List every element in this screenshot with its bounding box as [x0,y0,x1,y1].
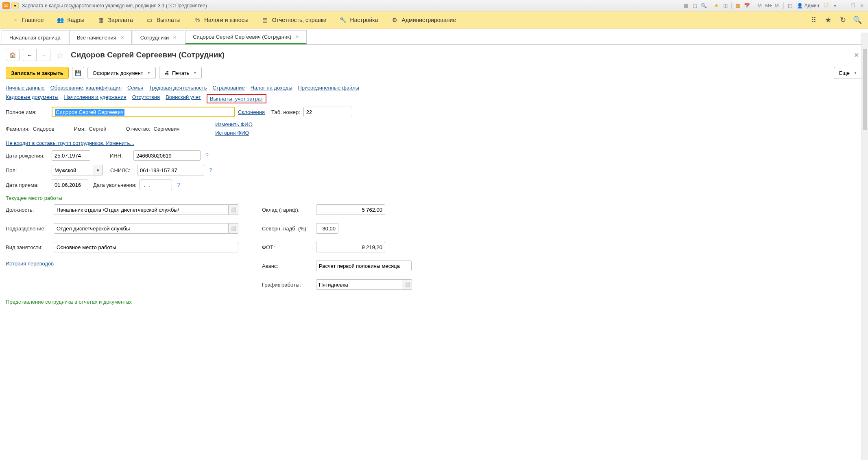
scrollbar-thumb[interactable] [863,49,867,130]
input-position[interactable]: ⬜ [54,204,246,215]
menu-salary[interactable]: ▦ Зарплата [91,11,139,28]
save-button[interactable]: 💾 [72,67,84,79]
link-income-tax[interactable]: Налог на доходы [251,85,292,91]
open-icon[interactable]: ⬜ [402,279,412,290]
link-absences[interactable]: Отсутствия [132,94,160,103]
row-position: Должность: ⬜ [6,204,246,215]
tab-start[interactable]: Начальная страница [2,30,68,44]
label-department: Подразделение: [6,226,50,232]
help-icon[interactable]: ? [209,167,212,173]
favorite-toggle-icon[interactable]: ☆ [56,50,65,59]
link-family[interactable]: Семья [127,85,143,91]
print-button[interactable]: 🖨Печать [159,67,202,79]
create-doc-button[interactable]: Оформить документ [87,67,156,79]
section-workplace: Текущее место работы [6,195,862,201]
help-icon[interactable]: ? [205,152,209,159]
link-declensions[interactable]: Склонения [238,109,265,115]
printer-icon: 🖨 [164,70,170,76]
link-education[interactable]: Образование, квалификация [50,85,122,91]
link-insurance[interactable]: Страхование [213,85,245,91]
close-icon[interactable]: ✕ [173,35,177,40]
tab-current-employee[interactable]: Сидоров Сергей Сергеевич (Сотрудник)✕ [185,30,307,44]
star-icon[interactable]: ★ [822,14,834,26]
menu-admin[interactable]: ⚙ Администрирование [385,11,463,28]
history-icon[interactable]: ↻ [837,14,848,26]
open-icon[interactable]: ⬜ [229,223,238,234]
menu-settings[interactable]: 🔧 Настройка [333,11,385,28]
link-labor[interactable]: Трудовая деятельность [149,85,207,91]
input-fullname[interactable]: Сидоров Сергей Сергеевич [52,107,235,117]
tb-icon-2[interactable]: ▢ [691,2,698,9]
apps-icon[interactable]: ⠿ [808,14,819,26]
input-schedule[interactable]: ⬜ [316,279,412,290]
tb-icon-5[interactable]: ◫ [722,2,729,9]
close-page-icon[interactable]: ✕ [854,51,859,59]
close-icon[interactable]: ✕ [295,34,299,39]
favorite-icon[interactable]: ★ [713,2,720,9]
link-hr-docs[interactable]: Кадровые документы [6,94,59,103]
input-fot[interactable] [316,242,385,252]
info-icon[interactable]: ⓘ [822,2,830,9]
search-icon[interactable]: 🔍 [852,14,863,26]
back-button[interactable]: ← [23,49,37,61]
input-department[interactable]: ⬜ [54,223,246,234]
menu-taxes[interactable]: % Налоги и взносы [187,11,255,28]
link-transfers-history[interactable]: История переводов [6,261,54,267]
link-files[interactable]: Присоединенные файлы [298,85,360,91]
open-icon[interactable]: ⬜ [229,204,238,215]
link-history-fio[interactable]: История ФИО [215,130,253,136]
hamburger-icon: ≡ [11,16,19,24]
save-icon: 💾 [75,70,81,76]
menu-payments[interactable]: ▭ Выплаты [140,11,187,28]
vertical-scrollbar[interactable] [861,33,868,460]
home-button[interactable]: 🏠 [6,49,20,61]
help-icon[interactable]: ? [177,182,180,188]
titlebar-right-icons: ▦ ▢ 🔍 ★ ◫ ▥ 📅 M M+ M- ◫ 👤 Админ ⓘ ▾ — ❐ … [682,2,866,9]
calendar-icon-2[interactable]: 📅 [743,2,750,9]
menu-main[interactable]: ≡ Главное [5,11,50,28]
m-plus-icon[interactable]: M+ [765,2,772,9]
tab-employees[interactable]: Сотрудники✕ [133,30,184,44]
m-minus-icon[interactable]: M- [774,2,781,9]
calendar-icon[interactable]: ▥ [734,2,742,9]
tb-icon-3[interactable]: 🔍 [700,2,707,9]
input-hire[interactable] [52,180,88,190]
input-advance[interactable] [316,261,412,271]
forward-button[interactable]: → [37,49,50,61]
maximize-icon[interactable]: ❐ [849,2,857,9]
close-window-icon[interactable]: ✕ [858,2,866,9]
menu-personnel[interactable]: 👥 Кадры [50,11,91,28]
minimize-icon[interactable]: — [840,2,848,9]
save-close-button[interactable]: Записать и закрыть [6,67,69,79]
tb-icon-1[interactable]: ▦ [682,2,689,9]
input-birth[interactable] [52,150,90,161]
m-icon[interactable]: M [756,2,763,9]
input-north[interactable] [316,223,338,234]
tab-calcs[interactable]: Все начисления✕ [69,30,132,44]
link-change-fio[interactable]: Изменить ФИО [215,121,253,127]
row-north: Северн. надб. (%): [262,223,412,234]
select-gender[interactable]: ▾ [52,165,103,175]
link-pay-cost[interactable]: Выплаты, учет затрат [207,94,266,103]
link-personal[interactable]: Личные данные [6,85,45,91]
label-patronymic: Отчество: [126,126,150,132]
dropdown-icon-2[interactable]: ▾ [831,2,839,9]
menu-reports[interactable]: ▤ Отчетность, справки [255,11,333,28]
input-inn[interactable] [133,150,201,161]
link-military[interactable]: Воинский учет [166,94,201,103]
titlebar: 1c ▾ Зарплата и кадры государственного у… [0,0,868,11]
input-fire[interactable] [140,180,172,190]
input-salary[interactable] [316,204,385,215]
gear-icon: ⚙ [391,16,399,24]
link-accruals[interactable]: Начисления и удержания [64,94,126,103]
dropdown-icon[interactable]: ▾ [11,2,19,9]
close-icon[interactable]: ✕ [120,35,124,40]
input-snils[interactable] [137,165,204,175]
admin-badge[interactable]: 👤 Админ [795,3,821,9]
panel-icon[interactable]: ◫ [786,2,794,9]
more-button[interactable]: Еще [834,67,862,79]
input-employment[interactable] [54,242,238,252]
chevron-down-icon[interactable]: ▾ [93,165,103,175]
link-not-in-groups[interactable]: Не входит в составы групп сотрудников. И… [6,140,134,146]
input-tab-no[interactable] [303,107,352,117]
